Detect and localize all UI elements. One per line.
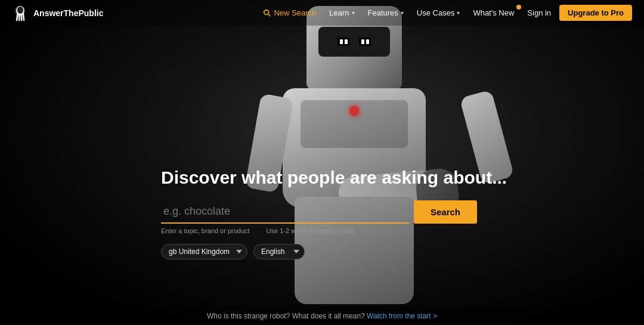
svg-point-5 xyxy=(17,7,23,14)
learn-chevron-icon: ▾ xyxy=(352,10,355,16)
search-hints: Enter a topic, brand or product Use 1-2 … xyxy=(161,227,644,234)
svg-line-3 xyxy=(23,14,24,20)
hero-headline: Discover what people are asking about... xyxy=(161,167,644,188)
use-cases-link[interactable]: Use Cases ▾ xyxy=(412,6,465,20)
whats-new-link[interactable]: What's New xyxy=(468,6,519,20)
bottom-bar: Who is this strange robot? What does it … xyxy=(0,307,644,325)
search-row: Search xyxy=(161,200,477,224)
hint-words: Use 1-2 words for best results xyxy=(267,227,354,234)
logo-icon xyxy=(12,5,29,21)
search-input-wrap xyxy=(161,200,409,224)
language-select[interactable]: English Spanish French German xyxy=(253,244,305,259)
features-chevron-icon: ▾ xyxy=(401,10,404,16)
search-button[interactable]: Search xyxy=(414,200,477,224)
svg-line-7 xyxy=(269,14,271,16)
bottom-text: Who is this strange robot? What does it … xyxy=(207,312,365,320)
watch-link[interactable]: Watch from the start > xyxy=(367,312,437,320)
upgrade-button[interactable]: Upgrade to Pro xyxy=(559,5,632,21)
search-input[interactable] xyxy=(161,200,409,222)
use-cases-chevron-icon: ▾ xyxy=(457,10,460,16)
search-selects: gb United Kingdom us United States au Au… xyxy=(161,244,644,259)
main-content: Discover what people are asking about...… xyxy=(0,26,644,307)
navbar: AnswerThePublic New Search Learn ▾ Featu… xyxy=(0,0,644,26)
brand-name: AnswerThePublic xyxy=(33,8,103,18)
sign-in-button[interactable]: Sign in xyxy=(522,6,556,20)
features-link[interactable]: Features ▾ xyxy=(363,6,408,20)
nav-right: New Search Learn ▾ Features ▾ Use Cases … xyxy=(258,5,632,21)
new-search-link[interactable]: New Search xyxy=(258,6,321,20)
logo-link[interactable]: AnswerThePublic xyxy=(12,5,103,21)
hint-topic: Enter a topic, brand or product xyxy=(161,227,250,234)
svg-point-6 xyxy=(264,10,269,14)
search-icon xyxy=(263,9,271,17)
country-select[interactable]: gb United Kingdom us United States au Au… xyxy=(161,244,247,259)
learn-link[interactable]: Learn ▾ xyxy=(324,6,359,20)
new-badge-dot xyxy=(516,5,521,10)
